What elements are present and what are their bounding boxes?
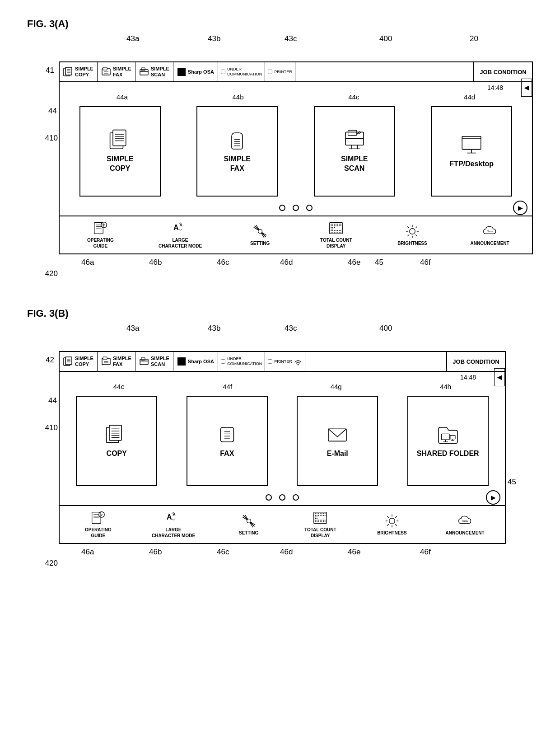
func-large-char-b[interactable]: A A LARGECHARACTER MODE (152, 511, 195, 539)
app-tile-fax[interactable]: FAX (187, 396, 268, 486)
app-tile-simple-fax[interactable]: SIMPLEFAX (196, 106, 278, 197)
simple-copy-tile-icon (109, 129, 131, 151)
email-tile-label: E-Mail (327, 449, 348, 459)
func-large-char-label-a: LARGECHARACTER MODE (159, 237, 202, 249)
svg-rect-14 (113, 130, 126, 146)
tab-simple-fax-a[interactable]: SIMPLEFAX (98, 62, 135, 81)
printer-checkbox-b[interactable] (268, 359, 272, 364)
ref-43b-b: 43b (208, 324, 220, 333)
sharp-osa-tab-icon-b (177, 357, 186, 366)
func-setting-a[interactable]: SETTING (242, 224, 278, 246)
svg-rect-73 (332, 230, 333, 231)
svg-rect-168 (323, 520, 324, 520)
svg-line-91 (407, 226, 409, 228)
tab-sharp-osa-a[interactable]: Sharp OSA (173, 62, 218, 81)
func-operating-guide-b[interactable]: ? OPERATINGGUIDE (80, 511, 116, 539)
printer-checkbox-a[interactable] (268, 70, 272, 74)
under-comm-checkbox-b[interactable] (221, 359, 225, 364)
svg-rect-83 (337, 232, 338, 233)
play-btn-a[interactable]: ▶ (513, 201, 527, 215)
play-btn-b[interactable]: ▶ (486, 490, 500, 505)
svg-rect-146 (317, 513, 317, 514)
app-tile-copy[interactable]: COPY (76, 396, 157, 486)
under-comm-checkbox-a[interactable] (221, 70, 225, 74)
svg-rect-108 (177, 357, 186, 366)
fig-b-app-refs: 44e 44f 44g 44h (60, 383, 505, 390)
svg-rect-160 (317, 516, 317, 517)
svg-rect-65 (339, 225, 340, 226)
tab-sharp-osa-b[interactable]: Sharp OSA (173, 352, 218, 371)
ref-44c: 44c (348, 93, 359, 101)
job-condition-label-b: JOB CONDITION (453, 358, 499, 365)
func-brightness-b[interactable]: BRIGHTNESS (374, 514, 410, 536)
ref-46f-b: 46f (420, 548, 431, 557)
svg-rect-157 (323, 515, 324, 516)
ref-410-a: 410 (45, 134, 58, 143)
fig-b-time-area: 14:48 ◄ (60, 372, 505, 383)
svg-rect-106 (141, 357, 145, 360)
svg-line-46 (178, 229, 180, 231)
func-total-count-b[interactable]: TOTAL COUNTDISPLAY (302, 511, 338, 539)
svg-line-138 (172, 519, 173, 520)
simple-fax-tile-icon (226, 129, 248, 151)
tab-simple-scan-a[interactable]: SIMPLESCAN (135, 62, 173, 81)
operating-guide-icon-b: ? (91, 511, 105, 525)
svg-rect-152 (315, 515, 316, 516)
ref-43c-b: 43c (285, 324, 297, 333)
ref-46e-b: 46e (348, 548, 360, 557)
fig-b-app-grid: COPY FAX (60, 392, 505, 490)
tab-simple-copy-b[interactable]: SIMPLECOPY (60, 352, 98, 371)
total-count-icon-b (313, 511, 327, 525)
tab-simple-copy-a[interactable]: SIMPLECOPY (60, 62, 98, 81)
fig-b-tab-bar: SIMPLECOPY SIMPLEFAX (60, 352, 505, 372)
svg-rect-6 (103, 67, 107, 70)
tab-simple-scan-b[interactable]: SIMPLESCAN (135, 352, 173, 371)
svg-rect-61 (332, 225, 333, 226)
func-operating-guide-a[interactable]: ? OPERATINGGUIDE (82, 221, 118, 249)
brightness-icon-b (385, 514, 399, 528)
svg-text:A: A (173, 224, 179, 231)
ref-44f: 44f (223, 383, 232, 390)
svg-rect-156 (322, 515, 322, 516)
app-tile-shared-folder[interactable]: SHARED FOLDER (407, 396, 489, 486)
func-announcement-b[interactable]: Sms ANNOUNCEMENT (446, 514, 485, 536)
fig-a-pagination: ▶ (60, 200, 532, 216)
svg-rect-151 (325, 513, 326, 514)
simple-fax-tile-label: SIMPLEFAX (224, 155, 251, 173)
svg-rect-66 (341, 225, 341, 226)
func-setting-b[interactable]: SETTING (231, 514, 267, 536)
copy-tab-icon (63, 67, 73, 77)
fig-a-bottom-refs: 46a 46b 46c 46d 46e 46f 45 (59, 258, 533, 281)
ref-46d-b: 46d (280, 548, 293, 557)
app-tile-simple-copy[interactable]: SIMPLECOPY (79, 106, 161, 197)
svg-text:?: ? (103, 223, 105, 227)
dot-2-a (293, 205, 299, 211)
func-brightness-a[interactable]: BRIGHTNESS (394, 224, 430, 246)
func-total-count-a[interactable]: TOTAL COUNTDISPLAY (318, 221, 354, 249)
svg-rect-84 (339, 232, 340, 233)
func-brightness-label-a: BRIGHTNESS (397, 240, 427, 246)
tab-status-printer-a: PRINTER (265, 62, 295, 81)
tab-simple-scan-label-b: SIMPLESCAN (151, 356, 169, 367)
svg-rect-147 (318, 513, 319, 514)
func-setting-label-a: SETTING (250, 240, 270, 246)
svg-point-86 (410, 228, 415, 234)
svg-line-182 (387, 516, 389, 518)
time-display-b: 14:48 (460, 374, 476, 381)
svg-rect-176 (325, 521, 326, 522)
ref-45-b: 45 (508, 478, 516, 487)
app-tile-email[interactable]: E-Mail (297, 396, 378, 486)
func-announcement-a[interactable]: Sms ANNOUNCEMENT (471, 224, 509, 246)
fig-a-top-refs: 43a 43b 43c 400 20 (99, 34, 533, 61)
setting-icon-a (253, 224, 267, 239)
svg-rect-154 (318, 515, 319, 516)
app-tile-ftp-desktop[interactable]: FTP/Desktop (431, 106, 512, 197)
fax-tile-label: FAX (220, 449, 234, 459)
func-large-char-a[interactable]: A A LARGECHARACTER MODE (159, 221, 202, 249)
app-tile-simple-scan[interactable]: SIMPLESCAN (314, 106, 395, 197)
svg-rect-171 (317, 521, 317, 522)
tab-simple-fax-b[interactable]: SIMPLEFAX (98, 352, 135, 371)
wifi-icon-b (294, 357, 302, 366)
svg-text:Sms: Sms (487, 229, 492, 232)
svg-rect-64 (337, 225, 338, 226)
